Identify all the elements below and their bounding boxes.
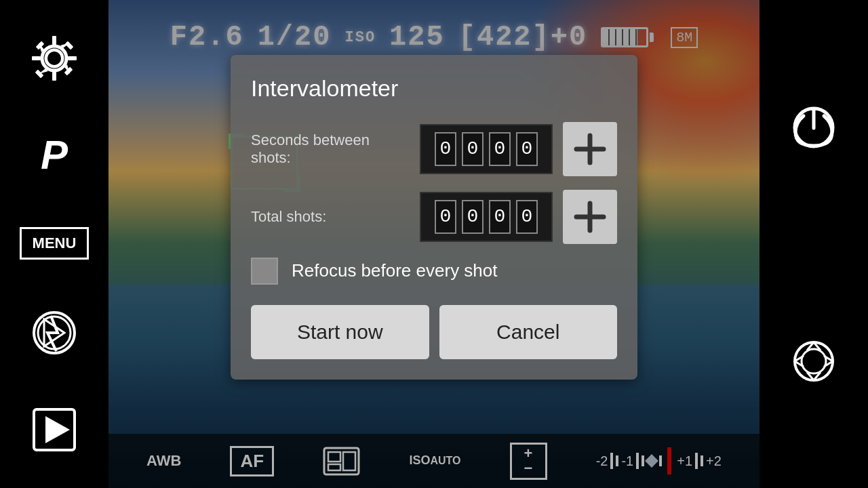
intervalometer-dialog: Intervalometer Seconds between shots: 0 … bbox=[231, 55, 637, 380]
camera-shutter-button[interactable] bbox=[790, 338, 837, 385]
start-now-button[interactable]: Start now bbox=[251, 305, 429, 359]
svg-rect-3 bbox=[52, 36, 56, 44]
total-display: 0 0 0 0 bbox=[420, 192, 553, 242]
svg-rect-4 bbox=[52, 73, 56, 81]
refocus-label: Refocus before every shot bbox=[292, 260, 498, 281]
svg-point-17 bbox=[802, 349, 826, 373]
p-mode-button[interactable]: P bbox=[41, 131, 68, 178]
digit-t3: 0 bbox=[516, 200, 538, 234]
total-label: Total shots: bbox=[251, 208, 410, 226]
seconds-display: 0 0 0 0 bbox=[420, 124, 553, 174]
total-increment-button[interactable] bbox=[563, 190, 617, 244]
dialog-title: Intervalometer bbox=[251, 75, 617, 102]
seconds-label: Seconds between shots: bbox=[251, 131, 410, 167]
settings-button[interactable] bbox=[31, 35, 78, 82]
left-sidebar: P MENU bbox=[0, 0, 108, 488]
digit-3: 0 bbox=[516, 132, 538, 166]
digit-t1: 0 bbox=[462, 200, 484, 234]
dialog-overlay: Intervalometer Seconds between shots: 0 … bbox=[108, 0, 760, 488]
seconds-row: Seconds between shots: 0 0 0 0 bbox=[251, 122, 617, 176]
dialog-buttons: Start now Cancel bbox=[251, 305, 617, 359]
seconds-increment-button[interactable] bbox=[563, 122, 617, 176]
total-shots-row: Total shots: 0 0 0 0 bbox=[251, 190, 617, 244]
play-button[interactable] bbox=[31, 406, 78, 453]
right-sidebar bbox=[760, 0, 868, 488]
digit-t0: 0 bbox=[435, 200, 456, 234]
svg-rect-9 bbox=[35, 70, 44, 79]
refocus-checkbox[interactable] bbox=[251, 258, 278, 285]
menu-button[interactable]: MENU bbox=[20, 227, 90, 260]
digit-1: 0 bbox=[462, 132, 484, 166]
svg-rect-5 bbox=[32, 56, 40, 60]
svg-point-2 bbox=[47, 52, 61, 65]
svg-point-16 bbox=[795, 342, 833, 380]
digit-0: 0 bbox=[435, 132, 456, 166]
power-button[interactable] bbox=[790, 104, 837, 151]
cancel-button[interactable]: Cancel bbox=[439, 305, 618, 359]
svg-marker-14 bbox=[45, 416, 70, 443]
digit-2: 0 bbox=[489, 132, 511, 166]
svg-rect-6 bbox=[68, 56, 77, 60]
refocus-row: Refocus before every shot bbox=[251, 258, 617, 285]
flash-button[interactable] bbox=[31, 309, 78, 357]
digit-t2: 0 bbox=[489, 200, 511, 234]
